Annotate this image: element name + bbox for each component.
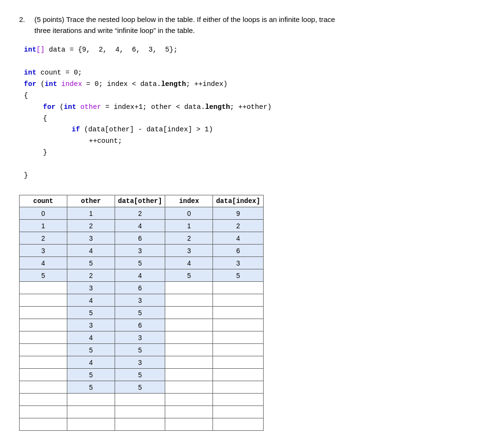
table-cell — [213, 369, 263, 381]
table-cell — [20, 319, 67, 331]
table-cell — [165, 394, 213, 406]
table-cell: 6 — [115, 319, 165, 331]
table-cell: 2 — [213, 220, 263, 232]
table-cell — [20, 282, 67, 294]
table-cell: 2 — [115, 207, 165, 220]
table-cell: 1 — [165, 220, 213, 232]
code-line-4: { — [24, 90, 470, 102]
table-cell — [20, 294, 67, 307]
table-row: 55 — [20, 307, 264, 319]
table-cell: 6 — [115, 232, 165, 245]
table-cell: 2 — [165, 232, 213, 245]
code-line-8: ++count; — [24, 136, 470, 147]
table-cell: 2 — [67, 220, 115, 232]
code-line-7: if (data[other] - data[index] > 1) — [24, 124, 470, 136]
table-cell — [213, 331, 263, 344]
question-number: 2. — [19, 14, 34, 25]
table-cell — [20, 369, 67, 381]
table-cell — [165, 282, 213, 294]
table-cell: 5 — [67, 369, 115, 381]
table-row — [20, 406, 264, 418]
code-line-3: for (int index = 0; index < data.length;… — [24, 79, 470, 90]
col-header-other: other — [67, 195, 115, 207]
table-cell — [20, 307, 67, 319]
table-row: 36 — [20, 282, 264, 294]
code-line-5: for (int other = index+1; other < data.l… — [24, 102, 470, 113]
table-cell: 5 — [67, 257, 115, 269]
trace-table: count other data[other] index data[index… — [19, 195, 264, 431]
table-row: 43 — [20, 294, 264, 307]
table-cell — [165, 294, 213, 307]
table-cell: 5 — [20, 269, 67, 282]
table-cell: 0 — [165, 207, 213, 220]
table-cell — [213, 294, 263, 307]
table-cell: 5 — [115, 381, 165, 394]
code-block: int[] data = {9, 2, 4, 6, 3, 5}; int cou… — [24, 44, 470, 181]
code-line-10: } — [24, 170, 470, 181]
table-cell: 5 — [115, 257, 165, 269]
table-cell — [165, 319, 213, 331]
table-cell — [165, 381, 213, 394]
table-cell — [20, 381, 67, 394]
table-row: 43 — [20, 331, 264, 344]
question-instruction-line1: (5 points) Trace the nested loop below i… — [34, 14, 470, 25]
question-instruction-line2: three iterations and write “infinite loo… — [34, 25, 470, 36]
table-cell: 9 — [213, 207, 263, 220]
table-cell: 5 — [67, 344, 115, 356]
table-row: 36 — [20, 319, 264, 331]
table-row: 23624 — [20, 232, 264, 245]
table-cell — [20, 356, 67, 369]
table-cell: 3 — [115, 245, 165, 257]
table-header-row: count other data[other] index data[index… — [20, 195, 264, 207]
table-cell: 3 — [67, 232, 115, 245]
table-cell: 4 — [67, 356, 115, 369]
table-cell — [115, 418, 165, 431]
table-cell: 2 — [67, 269, 115, 282]
col-header-dataother: data[other] — [115, 195, 165, 207]
table-row — [20, 418, 264, 431]
table-cell: 3 — [20, 245, 67, 257]
table-row: 52455 — [20, 269, 264, 282]
table-cell — [67, 394, 115, 406]
table-cell — [165, 331, 213, 344]
table-row — [20, 394, 264, 406]
table-cell — [213, 282, 263, 294]
code-line-2: int count = 0; — [24, 67, 470, 79]
table-cell: 4 — [213, 232, 263, 245]
table-cell: 4 — [67, 245, 115, 257]
table-row: 55 — [20, 369, 264, 381]
table-row: 34336 — [20, 245, 264, 257]
table-cell — [67, 406, 115, 418]
code-line-9: } — [24, 147, 470, 159]
table-cell: 3 — [67, 282, 115, 294]
table-cell: 3 — [115, 356, 165, 369]
table-cell: 5 — [165, 269, 213, 282]
table-cell: 4 — [67, 331, 115, 344]
table-cell — [165, 369, 213, 381]
table-cell: 3 — [115, 331, 165, 344]
table-cell: 5 — [213, 269, 263, 282]
table-cell — [213, 356, 263, 369]
table-cell — [213, 418, 263, 431]
table-cell — [20, 418, 67, 431]
table-cell: 1 — [67, 207, 115, 220]
table-row: 01209 — [20, 207, 264, 220]
table-row: 43 — [20, 356, 264, 369]
table-cell — [213, 307, 263, 319]
table-cell — [213, 394, 263, 406]
table-cell — [115, 394, 165, 406]
table-cell: 3 — [213, 257, 263, 269]
table-cell: 6 — [213, 245, 263, 257]
table-cell — [213, 381, 263, 394]
table-row: 45543 — [20, 257, 264, 269]
table-cell — [213, 319, 263, 331]
col-header-index: index — [165, 195, 213, 207]
table-cell — [20, 394, 67, 406]
table-cell — [115, 406, 165, 418]
table-row: 55 — [20, 344, 264, 356]
table-cell: 6 — [115, 282, 165, 294]
table-cell: 3 — [115, 294, 165, 307]
code-line-1: int[] data = {9, 2, 4, 6, 3, 5}; — [24, 44, 470, 56]
table-cell: 0 — [20, 207, 67, 220]
table-cell — [20, 344, 67, 356]
